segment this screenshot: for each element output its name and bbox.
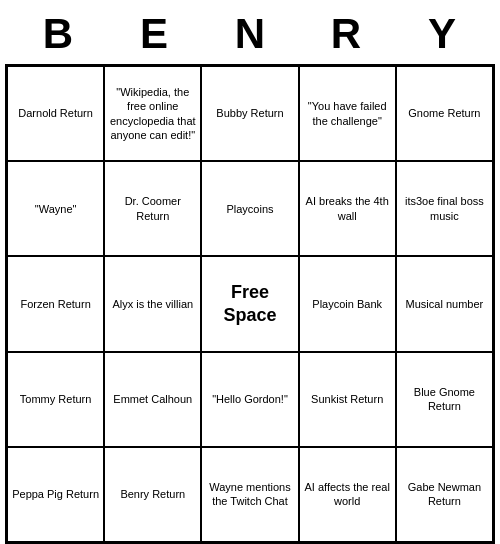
bingo-cell-18[interactable]: Sunkist Return xyxy=(299,352,396,447)
bingo-cell-12[interactable]: Free Space xyxy=(201,256,298,351)
bingo-cell-7[interactable]: Playcoins xyxy=(201,161,298,256)
bingo-cell-3[interactable]: "You have failed the challenge" xyxy=(299,66,396,161)
bingo-cell-14[interactable]: Musical number xyxy=(396,256,493,351)
bingo-cell-15[interactable]: Tommy Return xyxy=(7,352,104,447)
bingo-cell-10[interactable]: Forzen Return xyxy=(7,256,104,351)
bingo-cell-20[interactable]: Peppa Pig Return xyxy=(7,447,104,542)
bingo-cell-0[interactable]: Darnold Return xyxy=(7,66,104,161)
bingo-cell-23[interactable]: AI affects the real world xyxy=(299,447,396,542)
bingo-cell-9[interactable]: its3oe final boss music xyxy=(396,161,493,256)
bingo-cell-6[interactable]: Dr. Coomer Return xyxy=(104,161,201,256)
bingo-cell-17[interactable]: "Hello Gordon!" xyxy=(201,352,298,447)
bingo-cell-4[interactable]: Gnome Return xyxy=(396,66,493,161)
bingo-cell-11[interactable]: Alyx is the villian xyxy=(104,256,201,351)
bingo-cell-8[interactable]: AI breaks the 4th wall xyxy=(299,161,396,256)
bingo-cell-13[interactable]: Playcoin Bank xyxy=(299,256,396,351)
letter-n: N xyxy=(210,10,290,58)
bingo-cell-21[interactable]: Benry Return xyxy=(104,447,201,542)
bingo-cell-22[interactable]: Wayne mentions the Twitch Chat xyxy=(201,447,298,542)
bingo-grid: Darnold Return"Wikipedia, the free onlin… xyxy=(5,64,495,544)
letter-r: R xyxy=(306,10,386,58)
letter-e: E xyxy=(114,10,194,58)
letter-y: Y xyxy=(402,10,482,58)
bingo-cell-5[interactable]: "Wayne" xyxy=(7,161,104,256)
bingo-cell-24[interactable]: Gabe Newman Return xyxy=(396,447,493,542)
bingo-cell-16[interactable]: Emmet Calhoun xyxy=(104,352,201,447)
letter-b: B xyxy=(18,10,98,58)
bingo-cell-1[interactable]: "Wikipedia, the free online encyclopedia… xyxy=(104,66,201,161)
bingo-cell-2[interactable]: Bubby Return xyxy=(201,66,298,161)
bingo-cell-19[interactable]: Blue Gnome Return xyxy=(396,352,493,447)
bingo-header: B E N R Y xyxy=(10,0,490,64)
